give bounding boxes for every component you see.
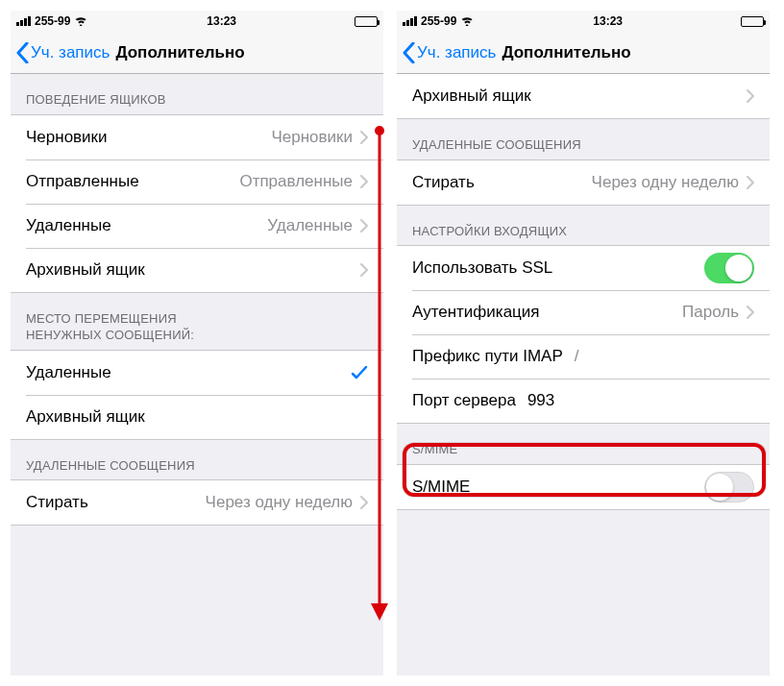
remove-label: Стирать [412,173,475,192]
imap-prefix-value: / [575,347,579,366]
clock-label: 13:23 [593,14,623,28]
row-drafts[interactable]: Черновики Черновики [11,115,383,159]
remove-value: Через одну неделю [206,493,358,512]
settings-content: Архивный ящик УДАЛЕННЫЕ СООБЩЕНИЯ Стират… [397,74,770,531]
chevron-left-icon [16,42,29,63]
chevron-right-icon [360,263,368,277]
section-deleted-messages: УДАЛЕННЫЕ СООБЩЕНИЯ [397,119,770,159]
back-label: Уч. запись [417,43,496,62]
smime-label: S/MIME [412,478,470,497]
section-smime: S/MIME [397,424,770,464]
row-option-deleted[interactable]: Удаленные [11,351,383,395]
row-imap-prefix[interactable]: Префикс пути IMAP / [397,334,770,379]
page-title: Дополнительно [115,43,244,62]
use-ssl-toggle[interactable] [704,253,754,283]
use-ssl-label: Использовать SSL [412,258,552,278]
archive-label: Архивный ящик [412,86,531,106]
drafts-value: Черновики [271,128,358,147]
phone-screen-right: 255-99 13:23 Уч. запись Дополнительно Ар… [396,10,771,676]
wifi-icon [460,14,475,29]
section-incoming-settings: НАСТРОЙКИ ВХОДЯЩИХ [397,206,770,246]
signal-icon [403,16,417,26]
sent-value: Отправленные [239,172,358,191]
row-smime[interactable]: S/MIME [397,465,770,509]
row-remove[interactable]: Стирать Через одну неделю [11,480,383,525]
option-deleted-label: Удаленные [26,363,111,382]
row-server-port[interactable]: Порт сервера 993 [397,379,770,423]
server-port-label: Порт сервера [412,391,516,410]
settings-content: ПОВЕДЕНИЕ ЯЩИКОВ Черновики Черновики Отп… [11,74,383,547]
page-title: Дополнительно [502,43,630,62]
row-archive[interactable]: Архивный ящик [397,74,770,118]
back-label: Уч. запись [31,43,110,62]
row-use-ssl[interactable]: Использовать SSL [397,246,770,290]
chevron-left-icon [403,42,415,63]
row-archive[interactable]: Архивный ящик [11,248,383,292]
section-mailbox-behavior: ПОВЕДЕНИЕ ЯЩИКОВ [11,74,383,114]
carrier-label: 255-99 [35,14,70,28]
section-move-discarded: МЕСТО ПЕРЕМЕЩЕНИЯ НЕНУЖНЫХ СООБЩЕНИЙ: [11,293,383,350]
status-bar: 255-99 13:23 [11,11,383,32]
checkmark-icon [351,364,368,381]
remove-value: Через одну неделю [592,173,745,192]
row-option-archive[interactable]: Архивный ящик [11,395,383,439]
imap-prefix-label: Префикс пути IMAP [412,347,563,366]
row-remove[interactable]: Стирать Через одну неделю [397,160,770,205]
chevron-right-icon [360,175,368,188]
sent-label: Отправленные [26,172,139,191]
battery-icon [741,16,764,27]
row-deleted[interactable]: Удаленные Удаленные [11,204,383,248]
server-port-value: 993 [527,391,554,410]
clock-label: 13:23 [207,14,236,28]
row-authentication[interactable]: Аутентификация Пароль [397,290,770,334]
back-button[interactable]: Уч. запись [403,42,496,63]
auth-value: Пароль [682,303,745,322]
chevron-right-icon [747,306,754,319]
chevron-right-icon [360,131,368,144]
wifi-icon [74,14,88,29]
signal-icon [16,16,31,26]
back-button[interactable]: Уч. запись [16,42,110,63]
option-archive-label: Архивный ящик [26,407,145,427]
drafts-label: Черновики [26,128,108,147]
phone-screen-left: 255-99 13:23 Уч. запись Дополнительно ПО… [10,10,384,676]
deleted-value: Удаленные [267,216,358,235]
carrier-label: 255-99 [421,14,456,28]
nav-bar: Уч. запись Дополнительно [397,32,770,74]
row-sent[interactable]: Отправленные Отправленные [11,159,383,204]
chevron-right-icon [747,176,754,189]
remove-label: Стирать [26,493,88,512]
nav-bar: Уч. запись Дополнительно [11,32,383,74]
battery-icon [355,16,378,27]
chevron-right-icon [360,219,368,233]
auth-label: Аутентификация [412,303,540,322]
section-deleted-messages: УДАЛЕННЫЕ СООБЩЕНИЯ [11,440,383,480]
smime-toggle[interactable] [704,472,754,502]
deleted-label: Удаленные [26,216,111,235]
status-bar: 255-99 13:23 [397,11,770,32]
chevron-right-icon [360,496,368,509]
chevron-right-icon [747,89,754,103]
archive-label: Архивный ящик [26,260,145,280]
